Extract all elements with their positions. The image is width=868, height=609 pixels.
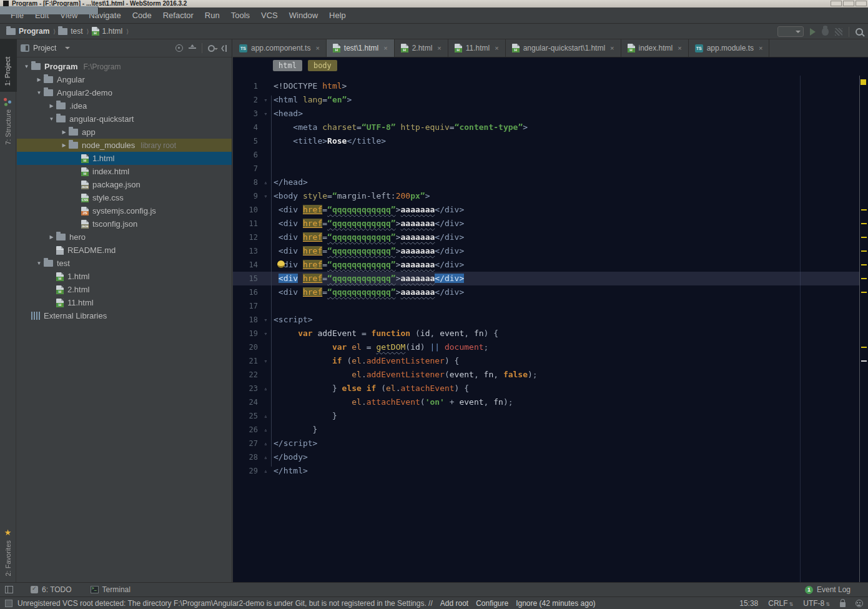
tab-close-icon[interactable]: × bbox=[495, 44, 498, 52]
tool-window-button-favorites[interactable]: 2: Favorites★ bbox=[3, 522, 12, 582]
code-line-1[interactable]: 1<!DOCTYPE html> bbox=[233, 79, 859, 93]
warning-stripe-mark[interactable] bbox=[861, 237, 867, 238]
code-line-29[interactable]: 29▵</html> bbox=[233, 464, 859, 478]
editor-tab-11-html[interactable]: H11.html× bbox=[448, 39, 506, 57]
tree-expanded-arrow-icon[interactable]: ▼ bbox=[34, 90, 44, 96]
tree-collapsed-arrow-icon[interactable]: ▶ bbox=[47, 234, 56, 240]
code-line-28[interactable]: 28▵</body> bbox=[233, 450, 859, 464]
editor-tab-index-html[interactable]: Hindex.html× bbox=[621, 39, 689, 57]
tree-item-external-libraries[interactable]: External Libraries bbox=[17, 309, 232, 322]
tag-breadcrumb-html[interactable]: html bbox=[273, 60, 302, 71]
editor-tab-test-1-html[interactable]: Htest\1.html× bbox=[327, 39, 395, 57]
event-log-button[interactable]: 1 Event Log bbox=[805, 585, 863, 594]
tree-item-style-css[interactable]: CSSstyle.css bbox=[17, 191, 232, 204]
hide-panel-icon[interactable] bbox=[220, 45, 228, 52]
code-line-14[interactable]: 14 <div href=“qqqqqqqqqqqq”>aaaaaaa</div… bbox=[233, 258, 859, 272]
warning-stripe-mark[interactable] bbox=[861, 292, 867, 293]
project-view-selector[interactable]: Project bbox=[33, 44, 56, 52]
encoding-selector[interactable]: UTF-8⇅ bbox=[803, 599, 830, 608]
status-action-configure[interactable]: Configure bbox=[476, 599, 508, 608]
maximize-button[interactable] bbox=[843, 1, 854, 6]
code-line-9[interactable]: 9▿<body style=“margin-left:200px”> bbox=[233, 189, 859, 203]
code-line-5[interactable]: 5 <title>Rose</title> bbox=[233, 134, 859, 148]
code-line-26[interactable]: 26▵ } bbox=[233, 423, 859, 437]
tree-item-1-html[interactable]: H1.html bbox=[17, 270, 232, 283]
tree-item-index-html[interactable]: Hindex.html bbox=[17, 165, 232, 178]
tree-item-tsconfig-json[interactable]: JSONtsconfig.json bbox=[17, 217, 232, 230]
minimize-button[interactable] bbox=[831, 1, 842, 6]
tree-item-angular2-demo[interactable]: ▼Angular2-demo bbox=[17, 86, 232, 99]
editor-tab-app-module-ts[interactable]: TSapp.module.ts× bbox=[689, 39, 770, 57]
code-line-6[interactable]: 6 bbox=[233, 148, 859, 162]
code-line-25[interactable]: 25▵ } bbox=[233, 409, 859, 423]
tree-collapsed-arrow-icon[interactable]: ▶ bbox=[34, 77, 44, 82]
todo-tool-button[interactable]: 6: TODO bbox=[31, 585, 72, 594]
code-line-19[interactable]: 19▿ var addEvent = function (id, event, … bbox=[233, 327, 859, 340]
code-line-16[interactable]: 16 <div href=“qqqqqqqqqqqq”>aaaaaaa</div… bbox=[233, 285, 859, 299]
code-editor[interactable]: 1<!DOCTYPE html>2▿<html lang=“en”>3▿<hea… bbox=[233, 76, 859, 582]
code-line-21[interactable]: 21▿ if (el.addEventListener) { bbox=[233, 354, 859, 368]
title-bar[interactable]: Program - [F:\Program] - ...\test\1.html… bbox=[0, 0, 868, 7]
tree-item-program[interactable]: ▼ProgramF:\Program bbox=[17, 60, 232, 73]
tree-item-systemjs-config-js[interactable]: JSsystemjs.config.js bbox=[17, 204, 232, 217]
code-line-12[interactable]: 12 <div href=“qqqqqqqqqqqq”>aaaaaaa</div… bbox=[233, 230, 859, 244]
menu-item-window[interactable]: Window bbox=[284, 9, 323, 22]
lock-icon[interactable] bbox=[840, 602, 846, 607]
warning-stripe-mark[interactable] bbox=[861, 223, 867, 224]
editor-tab-app-component-ts[interactable]: TSapp.component.ts× bbox=[233, 39, 327, 57]
menu-item-tools[interactable]: Tools bbox=[225, 9, 255, 22]
collapse-all-icon[interactable] bbox=[189, 44, 196, 52]
tree-item-angular[interactable]: ▶Angular bbox=[17, 73, 232, 86]
debug-icon[interactable] bbox=[822, 27, 829, 36]
tool-window-switcher-icon[interactable] bbox=[5, 586, 13, 593]
menu-item-code[interactable]: Code bbox=[127, 9, 157, 22]
chevron-down-icon[interactable] bbox=[65, 47, 70, 49]
window-controls[interactable] bbox=[831, 1, 867, 6]
code-line-3[interactable]: 3▿<head> bbox=[233, 107, 859, 121]
tab-close-icon[interactable]: × bbox=[678, 44, 681, 52]
code-line-20[interactable]: 20 var el = getDOM(id) || document; bbox=[233, 340, 859, 354]
tree-item-angular-quickstart[interactable]: ▼angular-quickstart bbox=[17, 112, 232, 126]
warning-stripe-mark[interactable] bbox=[861, 360, 867, 362]
tree-expanded-arrow-icon[interactable]: ▼ bbox=[47, 116, 56, 122]
tree-item-node_modules[interactable]: ▶node_moduleslibrary root bbox=[17, 139, 232, 152]
tag-breadcrumb-body[interactable]: body bbox=[308, 60, 337, 71]
tree-item-1-html[interactable]: H1.html bbox=[17, 152, 232, 165]
tree-item-2-html[interactable]: H2.html bbox=[17, 283, 232, 296]
menu-item-refactor[interactable]: Refactor bbox=[157, 9, 199, 22]
code-line-13[interactable]: 13 <div href=“qqqqqqqqqqqq”>aaaaaaa</div… bbox=[233, 244, 859, 258]
coverage-icon[interactable] bbox=[835, 28, 842, 36]
code-line-17[interactable]: 17 bbox=[233, 299, 859, 313]
tree-item--idea[interactable]: ▶.idea bbox=[17, 99, 232, 112]
code-line-15[interactable]: 15 <div href=“qqqqqqqqqqqq”>aaaaaaa</div… bbox=[233, 272, 859, 285]
menu-item-run[interactable]: Run bbox=[199, 9, 225, 22]
tree-item-package-json[interactable]: JSONpackage.json bbox=[17, 178, 232, 191]
tree-collapsed-arrow-icon[interactable]: ▶ bbox=[59, 142, 69, 148]
run-icon[interactable] bbox=[810, 28, 816, 36]
warning-stripe-mark[interactable] bbox=[861, 209, 867, 210]
tree-expanded-arrow-icon[interactable]: ▼ bbox=[22, 64, 31, 69]
tree-collapsed-arrow-icon[interactable]: ▶ bbox=[59, 129, 69, 135]
code-line-8[interactable]: 8▵</head> bbox=[233, 176, 859, 189]
tab-close-icon[interactable]: × bbox=[437, 44, 441, 52]
editor-tab-2-html[interactable]: H2.html× bbox=[395, 39, 448, 57]
terminal-tool-button[interactable]: Terminal bbox=[91, 585, 131, 594]
code-line-24[interactable]: 24 el.attachEvent('on' + event, fn); bbox=[233, 395, 859, 409]
warning-stripe-mark[interactable] bbox=[861, 347, 867, 348]
code-line-22[interactable]: 22 el.addEventListener(event, fn, false)… bbox=[233, 368, 859, 382]
tree-item-hero[interactable]: ▶hero bbox=[17, 230, 232, 244]
tab-close-icon[interactable]: × bbox=[383, 44, 387, 52]
warning-stripe-mark[interactable] bbox=[861, 278, 867, 279]
code-line-18[interactable]: 18▿<script> bbox=[233, 313, 859, 327]
warning-stripe-mark[interactable] bbox=[861, 264, 867, 265]
code-line-10[interactable]: 10 <div href=“qqqqqqqqqqqq”>aaaaaaa</div… bbox=[233, 203, 859, 217]
tree-collapsed-arrow-icon[interactable]: ▶ bbox=[47, 103, 56, 109]
menu-item-help[interactable]: Help bbox=[323, 9, 352, 22]
locate-file-icon[interactable] bbox=[175, 44, 183, 52]
intention-bulb-icon[interactable] bbox=[277, 260, 285, 268]
breadcrumb[interactable]: H1.html bbox=[92, 27, 123, 36]
code-line-7[interactable]: 7 bbox=[233, 162, 859, 176]
breadcrumb[interactable]: Program bbox=[6, 27, 49, 36]
tab-close-icon[interactable]: × bbox=[759, 44, 762, 52]
tab-close-icon[interactable]: × bbox=[315, 44, 319, 52]
